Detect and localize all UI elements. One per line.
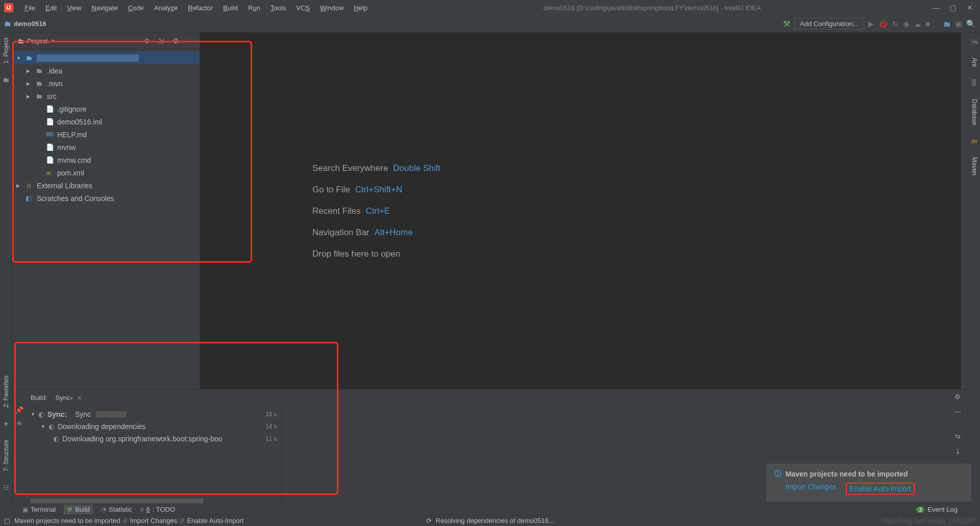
sync-root-row[interactable]: ▼ ◐ Sync: Sync 16 s <box>31 408 277 420</box>
tree-root[interactable]: ▼ 🖿 <box>12 52 200 64</box>
sync-tree[interactable]: ▼ ◐ Sync: Sync 16 s ▼ ◐ Downloading depe… <box>27 405 282 507</box>
tool-tab-database[interactable]: Database <box>970 97 979 127</box>
gear-icon[interactable]: ⚙ <box>954 393 961 400</box>
maximize-button[interactable]: ▢ <box>950 4 957 12</box>
debug-icon[interactable]: 🐞 <box>878 19 888 29</box>
menu-vcs[interactable]: VCS <box>292 3 314 13</box>
pin-icon[interactable]: 📌 <box>15 406 23 414</box>
hint-search-everywhere: Search EverywhereDouble Shift <box>312 163 440 173</box>
scroll-end-icon[interactable]: ⤓ <box>955 447 961 455</box>
build-tab-sync[interactable]: Sync• ✕ <box>53 392 85 403</box>
menu-analyze[interactable]: Analyze <box>150 3 182 13</box>
menubar: File Edit View Navigate Code Analyze Ref… <box>20 3 372 13</box>
main-content: 1: Project 🖿 2: Favorites ★ 7: Structure… <box>0 33 980 507</box>
menu-file[interactable]: File <box>20 3 39 13</box>
menu-edit[interactable]: Edit <box>41 3 61 13</box>
tree-item[interactable]: ▶🖿.mvn <box>12 77 200 90</box>
hide-icon[interactable]: — <box>187 37 194 45</box>
tool-tab-maven[interactable]: Maven <box>970 155 979 178</box>
database-icon: 🗄 <box>971 79 977 87</box>
tree-item[interactable]: MDHELP.md <box>12 128 200 141</box>
hint-nav-bar: Navigation BarAlt+Home <box>312 228 413 238</box>
import-changes-link[interactable]: Import Changes <box>786 483 837 495</box>
run-icon[interactable]: ▶ <box>868 19 874 29</box>
minimize-button[interactable]: — <box>933 4 940 12</box>
menu-help[interactable]: Help <box>350 3 372 13</box>
menu-tools[interactable]: Tools <box>266 3 290 13</box>
sync-dep-row[interactable]: ◐ Downloading org.springframework.boot:s… <box>31 433 277 445</box>
menu-run[interactable]: Run <box>244 3 264 13</box>
todo-tab[interactable]: ≡6: TODO <box>140 506 176 513</box>
sync-dl-row[interactable]: ▼ ◐ Downloading dependencies 14 s <box>31 420 277 433</box>
tree-external-libraries[interactable]: ▶ ⫼ External Libraries <box>12 179 200 192</box>
file-icon: 📄 <box>46 118 54 126</box>
coverage-icon[interactable]: ↻ <box>892 19 899 29</box>
gear-icon[interactable]: ⚙ <box>173 37 179 45</box>
status-link-import[interactable]: Import Changes <box>130 517 178 524</box>
spinner-icon: ◐ <box>38 410 44 418</box>
status-link-auto-import[interactable]: Enable Auto-Import <box>187 517 243 524</box>
tool-tab-structure[interactable]: 7: Structure <box>2 438 11 473</box>
menu-navigate[interactable]: Navigate <box>87 3 121 13</box>
menu-refactor[interactable]: Refactor <box>184 3 217 13</box>
tree-item[interactable]: 📄demo0516.iml <box>12 115 200 128</box>
profile-icon[interactable]: ◉ <box>903 19 910 29</box>
soft-wrap-icon[interactable]: ⇆ <box>955 433 961 440</box>
md-icon: MD <box>46 132 54 137</box>
enable-auto-import-link[interactable]: Enable Auto-Import <box>846 483 915 495</box>
run-config-selector[interactable]: Add Configuration... <box>794 18 864 30</box>
close-icon[interactable]: ✕ <box>77 395 82 401</box>
library-icon: ⫼ <box>26 182 34 189</box>
menu-build[interactable]: Build <box>219 3 242 13</box>
editor-scrollbar[interactable] <box>961 33 968 389</box>
window-icon[interactable]: ▢ <box>4 517 10 524</box>
close-button[interactable]: ✕ <box>967 4 973 12</box>
menu-view[interactable]: View <box>63 3 85 13</box>
hint-drop-files: Drop files here to open <box>312 249 400 259</box>
folder-icon: 🖿 <box>4 20 11 28</box>
attach-icon[interactable]: ☁ <box>914 19 921 29</box>
project-view-icon: 🖿 <box>17 37 24 45</box>
tree-item[interactable]: 📄mvnw.cmd <box>12 154 200 166</box>
horizontal-scrollbar[interactable] <box>31 498 203 504</box>
tool-tab-project[interactable]: 1: Project <box>2 36 11 66</box>
locate-icon[interactable]: ⊕ <box>144 37 150 45</box>
stop-icon[interactable]: ■ <box>925 19 930 28</box>
tool-tab-favorites[interactable]: 2: Favorites <box>2 373 11 410</box>
build-label: Build: <box>31 394 47 402</box>
tree-item[interactable]: 📄.gitignore <box>12 103 200 115</box>
watermark: https://blog.csdn.net/qq_29752857 <box>882 517 976 524</box>
notification-title: Maven projects need to be imported <box>786 470 908 478</box>
project-tree[interactable]: ▼ 🖿 ▶🖿.idea▶🖿.mvn▶🖿src📄.gitignore📄demo05… <box>12 49 200 389</box>
search-icon[interactable]: 🔍 <box>966 19 976 29</box>
xml-icon: m <box>46 169 54 177</box>
tree-item[interactable]: 📄mvnw <box>12 141 200 154</box>
eye-icon[interactable]: 👁 <box>16 420 23 428</box>
editor-area[interactable]: Search EverywhereDouble Shift Go to File… <box>200 33 961 389</box>
project-panel-header: 🖿 Project ▼ ⊕ ⇲ ⚙ — <box>12 33 200 49</box>
vcs-icon[interactable]: 🖿 <box>943 19 951 28</box>
collapse-icon[interactable]: ⇲ <box>158 37 164 45</box>
tree-item[interactable]: ▶🖿src <box>12 90 200 103</box>
hammer-icon[interactable]: ⚒ <box>783 19 790 29</box>
breadcrumb[interactable]: 🖿 demo0516 <box>4 20 46 28</box>
terminal-tab[interactable]: ▣Terminal <box>22 506 56 513</box>
project-panel-title[interactable]: 🖿 Project ▼ <box>17 37 55 45</box>
build-tab[interactable]: ⚒Build <box>64 505 93 514</box>
notification-popup: ⓘ Maven projects need to be imported Imp… <box>767 464 971 502</box>
bottom-tool-tabs: ▣Terminal ⚒Build ◔Statistic ≡6: TODO 3 E… <box>12 504 968 515</box>
tree-item[interactable]: mpom.xml <box>12 166 200 179</box>
tool-tab-ant[interactable]: Ant <box>970 56 979 69</box>
titlebar: IJ File Edit View Navigate Code Analyze … <box>0 0 980 15</box>
menu-code[interactable]: Code <box>124 3 148 13</box>
menu-window[interactable]: Window <box>316 3 348 13</box>
tree-scratches[interactable]: ◧ Scratches and Consoles <box>12 192 200 205</box>
statistic-tab[interactable]: ◔Statistic <box>101 506 132 513</box>
event-log-tab[interactable]: Event Log <box>927 506 958 513</box>
folder-icon: 🖿 <box>36 92 44 100</box>
spinner-icon: ◐ <box>48 422 55 431</box>
layout-icon[interactable]: ▣ <box>955 19 962 29</box>
hide-icon[interactable]: — <box>954 408 961 415</box>
tree-item[interactable]: ▶🖿.idea <box>12 64 200 77</box>
blurred-text <box>96 411 127 417</box>
